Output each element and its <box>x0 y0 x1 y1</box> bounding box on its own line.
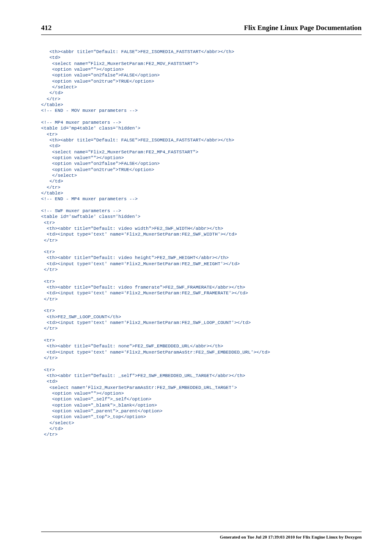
page-number: 412 <box>41 24 52 32</box>
page-title: Flix Engine Linux Page Documentation <box>244 24 362 32</box>
page-header: 412 Flix Engine Linux Page Documentation <box>41 24 362 35</box>
code-block: <th><abbr title="Default: FALSE">FE2_ISO… <box>41 49 362 438</box>
page-footer: Generated on Tue Jul 20 17:39:03 2010 fo… <box>41 532 362 539</box>
